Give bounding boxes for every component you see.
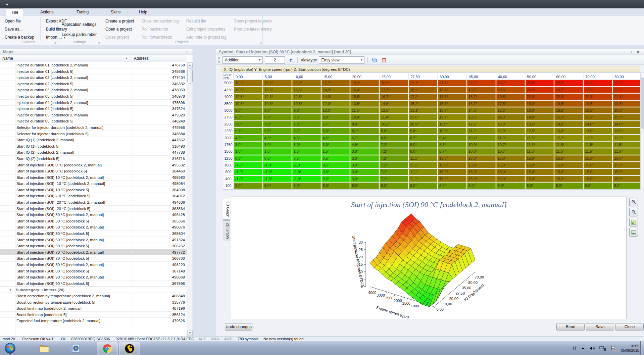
grid-cell[interactable]: 11,1°: [409, 176, 437, 182]
grid-cell[interactable]: 17,7°: [321, 80, 350, 86]
grid-cell[interactable]: 8,1°: [350, 128, 379, 134]
network-icon[interactable]: [599, 346, 606, 351]
maps-vertical-scrollbar[interactable]: ▲ ▼: [187, 62, 193, 336]
map-row[interactable]: Start of injection (SOI) 30 °C [codebloc…: [0, 212, 187, 218]
grid-cell[interactable]: 22,3°: [613, 94, 641, 100]
grid-cell[interactable]: 15,0°: [554, 176, 583, 182]
grid-cell[interactable]: 15,0°: [438, 176, 466, 182]
grid-cell[interactable]: 6,5°: [321, 128, 350, 134]
grid-cell[interactable]: 25,8°: [554, 80, 583, 86]
grid-cell[interactable]: 16,5°: [613, 107, 641, 113]
maps-group-row[interactable]: ▾Subcategory: Limiters (20): [0, 287, 187, 293]
zoom-in-button[interactable]: [629, 198, 638, 206]
grid-cell[interactable]: 8,3°: [234, 114, 262, 120]
grid-cell[interactable]: 11,4°: [380, 114, 408, 120]
map-row[interactable]: Boost limit map [codeblock 5]356124: [0, 312, 187, 318]
grid-cell[interactable]: 3,0°: [321, 142, 350, 148]
grid-cell[interactable]: 13,7°: [438, 107, 466, 113]
grid-cell[interactable]: 11,1°: [409, 155, 437, 161]
grid-cell[interactable]: 19,5°: [554, 101, 583, 107]
grid-cell[interactable]: 12,5°: [263, 94, 292, 100]
map-row[interactable]: Start of injection (SOI) 90 °C [codebloc…: [0, 281, 187, 287]
map-row[interactable]: Start of injection (SOI) 10 °C [codebloc…: [0, 174, 187, 181]
grid-cell[interactable]: 25,8°: [526, 80, 554, 86]
explorer-taskbar-button[interactable]: [35, 342, 54, 355]
grid-cell[interactable]: 15,0°: [496, 169, 525, 175]
edc-suite-taskbar-button[interactable]: [119, 342, 140, 355]
grid-cell[interactable]: -1,0°: [234, 169, 262, 175]
grid-cell[interactable]: 16,7°: [467, 101, 496, 107]
grid-cell[interactable]: 15,5°: [350, 94, 379, 100]
grid-cell[interactable]: 17,7°: [380, 87, 408, 93]
grid-cell[interactable]: -1,0°: [263, 176, 292, 182]
grid-cell[interactable]: 13,5°: [350, 101, 379, 107]
hidden-icons-chevron-icon[interactable]: [581, 347, 585, 350]
grid-cell[interactable]: 14,0°: [584, 121, 612, 127]
grid-cell[interactable]: -1,0°: [292, 162, 321, 168]
grid-cell[interactable]: 1,5°: [321, 148, 350, 154]
map-row[interactable]: Start of injection (SOI) -20 °C [codeblo…: [0, 206, 187, 212]
grid-cell[interactable]: 15,0°: [438, 169, 466, 175]
grid-cell[interactable]: 0,5°: [292, 155, 321, 161]
grid-cell[interactable]: 23,5°: [584, 87, 612, 93]
grid-cell[interactable]: 13,0°: [554, 128, 583, 134]
tab-3d-graph[interactable]: 3D Graph: [223, 199, 230, 220]
ribbon-item-lookup-partnumber[interactable]: Lookup partnumber: [60, 31, 98, 41]
grid-cell[interactable]: 9,8°: [409, 128, 437, 134]
edit-value-input[interactable]: 2: [265, 56, 285, 64]
grid-cell[interactable]: 9,4°: [438, 135, 466, 141]
grid-cell[interactable]: 9,0°: [380, 128, 408, 134]
grid-cell[interactable]: 12,0°: [321, 101, 350, 107]
grid-cell[interactable]: 23,5°: [554, 87, 583, 93]
export-image-button[interactable]: [629, 228, 638, 237]
grid-cell[interactable]: 9,0°: [292, 107, 321, 113]
map-row[interactable]: Injector duration 04 [codeblock 2, manua…: [0, 100, 187, 106]
grid-cell[interactable]: 6,7°: [350, 135, 379, 141]
grid-cell[interactable]: 8,0°: [380, 135, 408, 141]
grid-cell[interactable]: 17,7°: [438, 94, 466, 100]
grid-cell[interactable]: 10,5°: [438, 128, 466, 134]
grid-cell[interactable]: 10,0°: [467, 142, 496, 148]
close-button[interactable]: Close: [615, 323, 644, 331]
ribbon-item-open-file[interactable]: Open file: [3, 17, 36, 25]
grid-cell[interactable]: 5,7°: [292, 128, 321, 134]
grid-cell[interactable]: 23,5°: [613, 87, 641, 93]
grid-cell[interactable]: 13,5°: [263, 87, 292, 93]
start-button[interactable]: [3, 342, 17, 355]
grid-cell[interactable]: 10,7°: [496, 148, 525, 154]
scrollbar-thumb[interactable]: [187, 68, 193, 84]
map-row[interactable]: Start of injection (SOI) -20 °C [codeblo…: [0, 199, 187, 206]
grid-cell[interactable]: 14,9°: [321, 87, 350, 93]
viewtype-select[interactable]: Easy view ▼: [319, 56, 364, 64]
grid-cell[interactable]: 13,0°: [584, 128, 612, 134]
map-row[interactable]: Boost correction by temperature [codeblo…: [0, 293, 187, 299]
grid-cell[interactable]: 10,2°: [380, 121, 408, 127]
grid-cell[interactable]: 3,0°: [263, 142, 292, 148]
ribbon-item-create-a-project[interactable]: Create a project: [104, 17, 135, 25]
save-button[interactable]: Save: [586, 323, 614, 331]
grid-cell[interactable]: 23,5°: [526, 87, 554, 93]
grid-cell[interactable]: 11,5°: [438, 121, 466, 127]
map-row[interactable]: Start of injection (SOI) 80 °C [codebloc…: [0, 268, 187, 274]
map-row[interactable]: Injector duration 05 [codeblock 2, manua…: [0, 112, 187, 118]
grid-cell[interactable]: -1,0°: [234, 162, 262, 168]
grid-cell[interactable]: 11,1°: [409, 162, 437, 168]
grid-cell[interactable]: 3,0°: [350, 155, 379, 161]
menu-tab-tuning[interactable]: Tuning: [71, 8, 94, 16]
grid-cell[interactable]: 15,2°: [496, 107, 525, 113]
grid-cell[interactable]: 13,5°: [292, 87, 321, 93]
maps-column-header[interactable]: Name ▲ Address: [0, 55, 187, 62]
grid-cell[interactable]: 0,5°: [321, 169, 350, 175]
grid-cell[interactable]: -1,0°: [263, 169, 292, 175]
grid-cell[interactable]: 15,0°: [526, 169, 554, 175]
grid-cell[interactable]: 15,0°: [554, 162, 583, 168]
grid-cell[interactable]: 15,0°: [467, 155, 496, 161]
map-row[interactable]: Start IQ (1) [codeblock 2, manual]447562: [0, 137, 187, 143]
menu-tab-actions[interactable]: Actions: [35, 8, 59, 16]
maps-header-name[interactable]: Name: [2, 56, 13, 61]
grid-cell[interactable]: 22,7°: [467, 80, 496, 86]
grid-cell[interactable]: 19,5°: [613, 101, 641, 107]
grid-cell[interactable]: 10,2°: [467, 135, 496, 141]
map-row[interactable]: Start of injection (SOI) 80 °C [codebloc…: [0, 262, 187, 268]
grid-cell[interactable]: 12,0°: [496, 128, 525, 134]
